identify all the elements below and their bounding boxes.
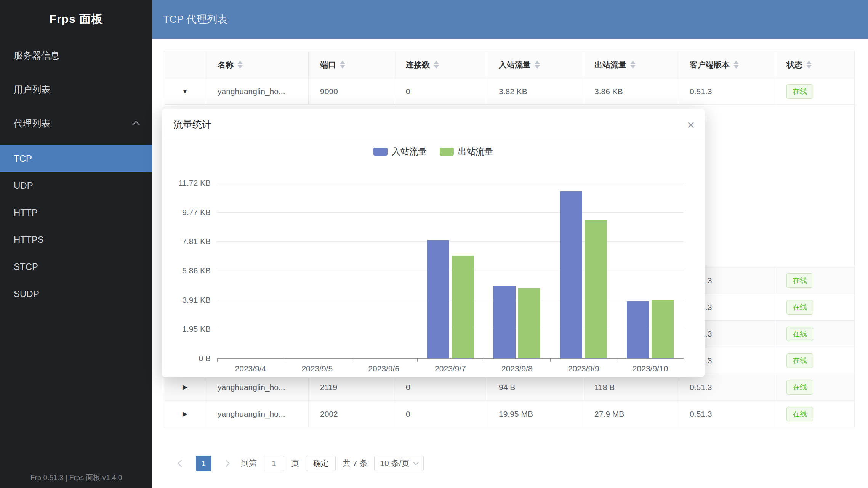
column-header-1[interactable]: 端口 (309, 51, 394, 78)
inbound-bar (560, 191, 582, 358)
proxy-submenu: TCP UDP HTTP HTTPS STCP SUDP (0, 145, 152, 307)
status-badge: 在线 (786, 84, 813, 99)
sidebar-item-label: 代理列表 (14, 117, 50, 130)
caret-up-icon (340, 61, 345, 64)
cell-connections: 0 (394, 401, 487, 427)
cell-client_version: 0.51.3 (678, 401, 775, 427)
column-header-0[interactable]: 名称 (206, 51, 309, 78)
close-icon[interactable]: × (687, 109, 695, 140)
outbound-bar (518, 288, 540, 358)
cell-connections: 0 (394, 78, 487, 104)
outbound-bar (585, 220, 607, 358)
outbound-bar (652, 300, 674, 358)
y-axis-tick-label: 11.72 KB (165, 178, 211, 188)
column-label: 连接数 (406, 59, 430, 70)
x-axis-tick-label: 2023/9/7 (417, 363, 484, 374)
chart-gridline (217, 271, 684, 271)
caret-down-icon (630, 65, 636, 69)
sidebar-item-udp[interactable]: UDP (0, 172, 152, 199)
y-axis-tick-label: 3.91 KB (165, 295, 211, 305)
column-header-6[interactable]: 状态 (775, 51, 855, 78)
cell-status: 在线 (775, 374, 855, 400)
column-header-2[interactable]: 连接数 (394, 51, 487, 78)
sort-icon[interactable] (340, 61, 345, 69)
caret-down-icon (733, 65, 739, 69)
x-axis-tick (217, 358, 218, 362)
sidebar-menu: 服务器信息 用户列表 代理列表 TCP UDP HTTP (0, 39, 152, 307)
caret-down-icon (806, 65, 812, 69)
x-axis-tick-label: 2023/9/5 (284, 363, 351, 374)
sidebar: Frps 面板 服务器信息 用户列表 代理列表 TCP UDP (0, 0, 152, 488)
sidebar-item-tcp[interactable]: TCP (0, 145, 152, 172)
sidebar-item-label: 用户列表 (14, 83, 50, 96)
submenu-label: UDP (14, 180, 33, 191)
topbar: TCP 代理列表 (152, 0, 868, 39)
traffic-bar-chart: 0 B1.95 KB3.91 KB5.86 KB7.81 KB9.77 KB11… (162, 140, 705, 377)
column-header-4[interactable]: 出站流量 (583, 51, 678, 78)
cell-connections: 0 (394, 374, 487, 400)
sort-icon[interactable] (434, 61, 439, 69)
sidebar-item-http[interactable]: HTTP (0, 199, 152, 226)
submenu-label: HTTP (14, 207, 38, 218)
sidebar-item-label: 服务器信息 (14, 50, 59, 62)
sidebar-item-stcp[interactable]: STCP (0, 253, 152, 280)
column-label: 端口 (320, 59, 336, 70)
sidebar-item-sudp[interactable]: SUDP (0, 280, 152, 307)
caret-down-icon (535, 65, 540, 69)
sidebar-item-proxy-list[interactable]: 代理列表 (0, 106, 152, 140)
table-row: ▶yanghuanglin_ho...2002019.95 MB27.9 MB0… (164, 401, 854, 427)
cell-port: 2002 (309, 401, 394, 427)
goto-label: 到第 (241, 458, 257, 469)
status-badge: 在线 (786, 353, 813, 368)
sort-icon[interactable] (630, 61, 636, 69)
traffic-stats-dialog: 流量统计 × 入站流量 出站流量 0 B1.95 KB3.91 KB5.86 K… (162, 109, 705, 377)
cell-traffic_out: 27.9 MB (583, 401, 678, 427)
chevron-right-icon (223, 460, 229, 467)
confirm-button[interactable]: 确定 (306, 456, 336, 471)
collapse-row-button[interactable]: ▼ (164, 78, 206, 104)
sort-icon[interactable] (733, 61, 739, 69)
column-label: 名称 (218, 59, 234, 70)
caret-down-icon (340, 65, 345, 69)
dialog-body: 入站流量 出站流量 0 B1.95 KB3.91 KB5.86 KB7.81 K… (162, 140, 705, 377)
expand-row-button[interactable]: ▶ (164, 401, 206, 427)
sort-icon[interactable] (535, 61, 540, 69)
prev-page-button[interactable] (173, 456, 189, 471)
page-size-select[interactable]: 10 条/页 (374, 456, 424, 471)
next-page-button[interactable] (218, 456, 234, 471)
inbound-bar (427, 240, 449, 358)
column-label: 入站流量 (499, 59, 531, 70)
cell-status: 在线 (775, 347, 855, 374)
status-badge: 在线 (786, 407, 813, 421)
y-axis-tick-label: 1.95 KB (165, 324, 211, 334)
expand-row-button[interactable]: ▶ (164, 374, 206, 400)
sidebar-item-https[interactable]: HTTPS (0, 226, 152, 253)
page-number-button[interactable]: 1 (196, 456, 211, 471)
x-axis-tick-label: 2023/9/4 (217, 363, 284, 374)
page-title: TCP 代理列表 (163, 13, 227, 26)
sidebar-item-server-info[interactable]: 服务器信息 (0, 39, 152, 72)
caret-down-icon (237, 65, 243, 69)
inbound-bar (493, 286, 516, 358)
sort-icon[interactable] (237, 61, 243, 69)
cell-status: 在线 (775, 321, 855, 347)
sort-icon[interactable] (806, 61, 812, 69)
page-size-value: 10 条/页 (380, 458, 409, 469)
y-axis-tick-label: 0 B (165, 354, 211, 363)
table-row: ▶yanghuanglin_ho...2119094 B118 B0.51.3在… (164, 374, 854, 401)
caret-up-icon (733, 61, 739, 64)
inbound-bar (627, 301, 649, 358)
status-badge: 在线 (786, 380, 813, 395)
cell-status: 在线 (775, 294, 855, 320)
y-axis-tick-label: 9.77 KB (165, 208, 211, 217)
column-header-3[interactable]: 入站流量 (487, 51, 583, 78)
app-title: Frps 面板 (0, 0, 152, 39)
sidebar-item-user-list[interactable]: 用户列表 (0, 72, 152, 106)
goto-page-input[interactable] (264, 456, 284, 471)
cell-traffic_in: 3.82 KB (487, 78, 583, 104)
column-header-5[interactable]: 客户端版本 (678, 51, 775, 78)
version-footer: Frp 0.51.3 | Frps 面板 v1.4.0 (0, 473, 152, 483)
cell-status: 在线 (775, 78, 855, 104)
y-axis-tick-label: 7.81 KB (165, 237, 211, 246)
frps-dashboard: Frps 面板 服务器信息 用户列表 代理列表 TCP UDP (0, 0, 868, 488)
